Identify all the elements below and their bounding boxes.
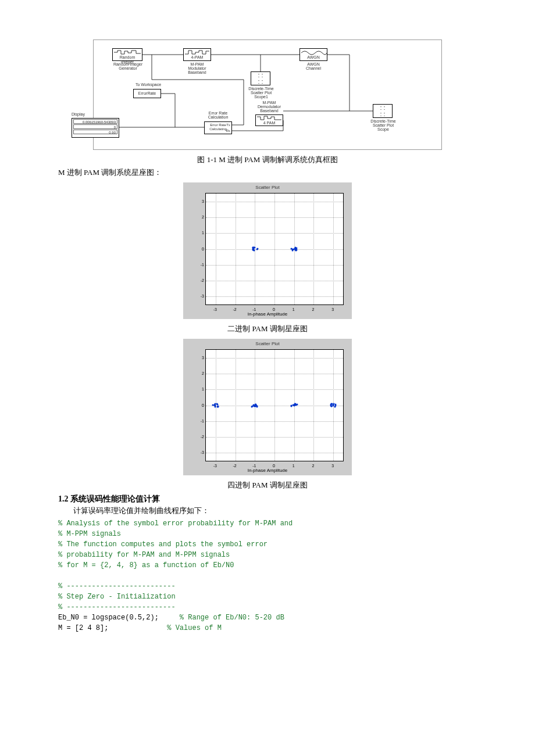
block-scope2: : :: : bbox=[373, 104, 393, 118]
figure-scatter-4pam: Scatter Plot Quadrature Amplitude In-pha… bbox=[58, 339, 477, 475]
code-comment: % Values of M bbox=[159, 624, 222, 632]
text-1-2-intro: 计算误码率理论值并绘制曲线程序如下： bbox=[58, 506, 477, 516]
code-block: % Analysis of the symbol error probabili… bbox=[58, 518, 477, 633]
block-awgn: AWGN bbox=[299, 48, 327, 61]
plot-area bbox=[205, 193, 344, 305]
block-text: 4-PAM bbox=[184, 55, 211, 59]
label-display: Display bbox=[72, 112, 95, 116]
code-line: % M-PPM signals bbox=[58, 530, 121, 538]
label-mpam-mod: M-PAMModulatorBaseband bbox=[180, 62, 215, 74]
code-line: % probability for M-PAM and M-PPM signal… bbox=[58, 551, 230, 559]
code-line: % -------------------------- bbox=[58, 603, 176, 611]
caption-2pam: 二进制 PAM 调制星座图 bbox=[58, 324, 477, 334]
caption-4pam: 四进制 PAM 调制星座图 bbox=[58, 480, 477, 490]
label-random-integer: Random IntegerGenerator bbox=[108, 62, 148, 70]
code-line: % Step Zero - Initialization bbox=[58, 593, 176, 601]
code-line: Eb_N0 = logspace(0.5,2); bbox=[58, 614, 159, 622]
text-constellation-intro: M 进制 PAM 调制系统星座图： bbox=[58, 167, 477, 178]
label-to-workspace: To Workspace bbox=[132, 83, 165, 87]
plot-area bbox=[205, 349, 344, 461]
label-awgn: AWGNChannel bbox=[298, 62, 329, 70]
block-to-workspace: ErrorRate bbox=[133, 89, 161, 98]
code-comment: % Range of Eb/N0: 5-20 dB bbox=[159, 614, 284, 622]
code-line: M = [2 4 8]; bbox=[58, 624, 159, 632]
code-line: % -------------------------- bbox=[58, 582, 176, 590]
display-row-0: 0.006151960-543093 bbox=[73, 119, 117, 124]
code-line: % Analysis of the symbol error probabili… bbox=[58, 519, 293, 528]
plot-xlabel: In-phase Amplitude bbox=[183, 468, 352, 473]
caption-figure-1-1: 图 1-1 M 进制 PAM 调制解调系统仿真框图 bbox=[58, 155, 477, 165]
block-text: AWGN bbox=[300, 55, 327, 59]
display-row-1: 0 bbox=[73, 124, 117, 129]
block-err-calc: Tx Rx Error RateCalculating bbox=[204, 121, 232, 134]
simulink-diagram: RandomInteger Random IntegerGenerator 4-… bbox=[58, 40, 477, 150]
label-mpam-demod: M-PAMDemodulatorBaseband bbox=[251, 101, 288, 113]
figure-scatter-2pam: Scatter Plot Quadrature Amplitude In-pha… bbox=[58, 182, 477, 319]
label-scope2: Discrete-TimeScatter PlotScope bbox=[365, 119, 402, 131]
plot-xlabel: In-phase Amplitude bbox=[183, 311, 352, 317]
label-err-calc-top: Error RateCalculation bbox=[202, 111, 234, 119]
plot-title: Scatter Plot bbox=[183, 185, 352, 190]
block-mpam-demod: 4 PAM bbox=[255, 114, 283, 126]
block-display: 0.006151960-543093 0 0.90 bbox=[72, 118, 119, 138]
block-random-integer: RandomInteger bbox=[112, 48, 142, 61]
code-line: % The function computes and plots the sy… bbox=[58, 540, 268, 549]
block-text: 4 PAM bbox=[256, 121, 283, 125]
plot-title: Scatter Plot bbox=[183, 341, 352, 346]
code-line: % for M = {2, 4, 8} as a function of Eb/… bbox=[58, 561, 234, 569]
block-mpam-mod: 4-PAM bbox=[183, 48, 211, 61]
section-1-2-heading: 1.2 系统误码性能理论值计算 bbox=[58, 494, 477, 504]
label-scope1: Discrete-TimeScatter PlotScope1 bbox=[242, 87, 280, 99]
block-scope1: : :: : bbox=[251, 71, 270, 85]
display-row-2: 0.90 bbox=[73, 130, 117, 134]
